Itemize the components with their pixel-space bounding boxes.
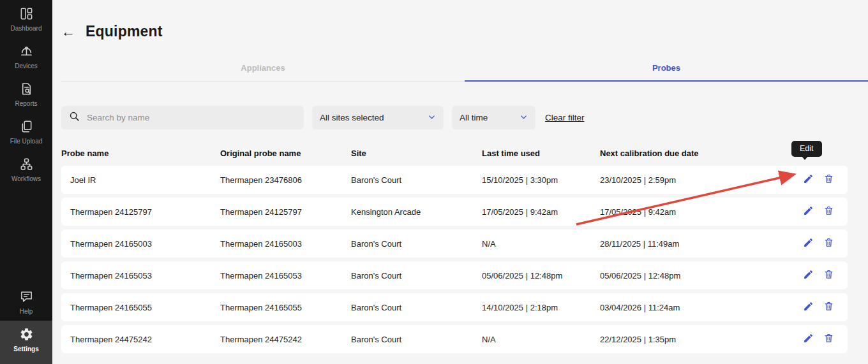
sites-dropdown[interactable]: All sites selected — [312, 106, 444, 129]
edit-button[interactable] — [803, 237, 814, 250]
column-header-probe-name: Probe name — [61, 149, 220, 158]
tab-appliances[interactable]: Appliances — [61, 58, 465, 81]
sidebar-item-label: Workflows — [11, 175, 41, 182]
cell-next-calibration: 28/11/2025 | 11:49am — [600, 239, 753, 249]
cell-site: Baron's Court — [351, 175, 482, 185]
delete-button[interactable] — [823, 333, 834, 346]
sidebar-item-help[interactable]: Help — [0, 283, 52, 321]
chevron-down-icon — [428, 113, 436, 123]
reports-icon — [19, 82, 34, 96]
cell-original-name: Thermapen 24125797 — [220, 207, 351, 217]
edit-tooltip-label: Edit — [800, 144, 814, 153]
settings-icon — [19, 327, 34, 342]
sidebar-item-reports[interactable]: Reports — [0, 75, 52, 113]
filter-bar: All sites selected All time Clear filter — [61, 106, 868, 129]
edit-tooltip: Edit — [791, 141, 822, 157]
cell-probe-name: Thermapen 24165055 — [61, 303, 220, 312]
sidebar-spacer — [0, 188, 52, 283]
cell-probe-name: Joel IR — [61, 175, 220, 185]
cell-original-name: Thermapen 24165053 — [220, 271, 351, 280]
file-upload-icon — [19, 119, 34, 134]
edit-button[interactable] — [803, 333, 814, 346]
trash-icon — [823, 301, 834, 314]
cell-last-used: 05/06/2025 | 12:48pm — [482, 271, 600, 280]
pencil-icon — [803, 269, 814, 282]
search-box — [61, 106, 304, 129]
trash-icon — [823, 269, 834, 282]
sidebar-item-devices[interactable]: Devices — [0, 38, 52, 75]
column-header-site: Site — [351, 149, 482, 158]
delete-button[interactable] — [823, 269, 834, 282]
chevron-down-icon — [520, 113, 528, 123]
dashboard-icon — [19, 6, 34, 21]
time-dropdown-value: All time — [460, 113, 488, 122]
cell-original-name: Thermapen 23476806 — [220, 175, 351, 185]
edit-button[interactable] — [803, 301, 814, 314]
cell-next-calibration: 05/06/2025 | 12:48pm — [600, 271, 753, 280]
table-row: Thermapen 24165055 Thermapen 24165055 Ba… — [61, 293, 848, 321]
cell-last-used: N/A — [482, 335, 600, 344]
edit-button[interactable] — [803, 205, 814, 218]
row-actions — [753, 333, 848, 346]
cell-site: Baron's Court — [351, 239, 482, 249]
cell-original-name: Thermapen 24165003 — [220, 239, 351, 249]
edit-button[interactable] — [803, 173, 814, 186]
cell-probe-name: Thermapen 24165003 — [61, 239, 220, 249]
cell-original-name: Thermapen 24165055 — [220, 303, 351, 312]
pencil-icon — [803, 333, 814, 346]
delete-button[interactable] — [823, 301, 834, 314]
sidebar-item-label: Devices — [15, 62, 38, 69]
trash-icon — [823, 205, 834, 218]
sidebar-item-label: Settings — [13, 346, 38, 353]
cell-probe-name: Thermapen 24475242 — [61, 335, 220, 344]
sites-dropdown-value: All sites selected — [320, 113, 384, 122]
cell-next-calibration: 22/12/2025 | 1:35pm — [600, 335, 753, 344]
tab-probes[interactable]: Probes — [465, 58, 868, 81]
cell-original-name: Thermapen 24475242 — [220, 335, 351, 344]
row-actions — [753, 173, 848, 186]
probe-table: Joel IR Thermapen 23476806 Baron's Court… — [61, 166, 848, 353]
tab-bar: Appliances Probes — [61, 58, 868, 82]
search-input[interactable] — [86, 112, 296, 123]
table-header: Probe name Original probe name Site Last… — [61, 149, 848, 158]
time-dropdown[interactable]: All time — [452, 106, 535, 129]
row-actions — [753, 301, 848, 314]
trash-icon — [823, 173, 834, 186]
sidebar: Dashboard Devices — [0, 0, 52, 364]
trash-icon — [823, 333, 834, 346]
page-title: Equipment — [86, 23, 163, 40]
help-icon — [19, 289, 34, 304]
sidebar-item-file-upload[interactable]: File Upload — [0, 113, 52, 150]
edit-button[interactable] — [803, 269, 814, 282]
cell-probe-name: Thermapen 24125797 — [61, 207, 220, 217]
tooltip-caret-icon — [802, 156, 808, 160]
cell-last-used: 14/10/2025 | 2:18pm — [482, 303, 600, 312]
cell-site: Baron's Court — [351, 335, 482, 344]
sidebar-item-label: Help — [20, 308, 33, 315]
cell-site: Baron's Court — [351, 303, 482, 312]
delete-button[interactable] — [823, 237, 834, 250]
delete-button[interactable] — [823, 173, 834, 186]
pencil-icon — [803, 173, 814, 186]
sidebar-item-label: File Upload — [10, 138, 43, 145]
column-header-last-time-used: Last time used — [482, 149, 600, 158]
cell-last-used: 15/10/2025 | 3:30pm — [482, 175, 600, 185]
devices-icon — [19, 44, 34, 59]
table-row: Thermapen 24165053 Thermapen 24165053 Ba… — [61, 261, 848, 289]
pencil-icon — [803, 237, 814, 250]
clear-filter-link[interactable]: Clear filter — [545, 113, 585, 122]
row-actions — [753, 237, 848, 250]
cell-next-calibration: 03/04/2026 | 11:24am — [600, 303, 753, 312]
page-header: ← Equipment — [61, 23, 868, 40]
back-button[interactable]: ← — [61, 25, 75, 39]
sidebar-item-label: Dashboard — [11, 25, 42, 32]
trash-icon — [823, 237, 834, 250]
column-header-original-probe-name: Original probe name — [220, 149, 351, 158]
sidebar-item-dashboard[interactable]: Dashboard — [0, 0, 52, 38]
sidebar-item-settings[interactable]: Settings — [0, 321, 52, 364]
table-row: Joel IR Thermapen 23476806 Baron's Court… — [61, 166, 848, 194]
workflows-icon — [19, 157, 34, 171]
main-content: ← Equipment Appliances Probes All sites … — [52, 0, 868, 364]
sidebar-item-workflows[interactable]: Workflows — [0, 150, 52, 188]
delete-button[interactable] — [823, 205, 834, 218]
